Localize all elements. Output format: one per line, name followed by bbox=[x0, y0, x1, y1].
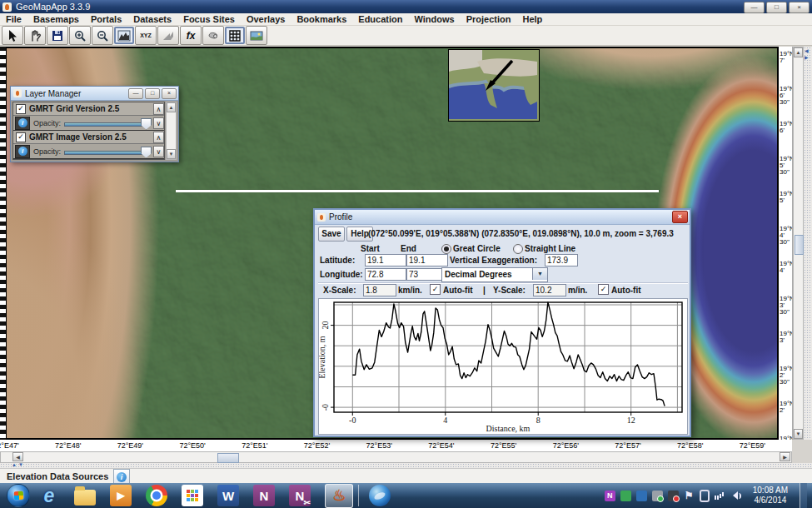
layer-info-button[interactable]: i bbox=[15, 145, 30, 158]
divider-expand-icon[interactable]: ▶ bbox=[805, 55, 809, 60]
profile-close-button[interactable]: × bbox=[672, 211, 688, 223]
x-autofit-checkbox[interactable]: ✓ bbox=[430, 284, 441, 295]
lasso-tool-button[interactable] bbox=[202, 26, 224, 45]
layer-manager-window[interactable]: Layer Manager — □ × ✓ GMRT Grid Version … bbox=[10, 86, 179, 162]
save-tool-button[interactable] bbox=[47, 26, 68, 45]
divider-collapse-icon[interactable]: ◀ bbox=[805, 48, 809, 53]
latitude-end-input[interactable] bbox=[406, 254, 448, 266]
x-scale-input[interactable] bbox=[363, 284, 396, 296]
tray-volume-icon[interactable] bbox=[730, 491, 741, 501]
divider-down-icon[interactable]: ▼ bbox=[18, 462, 23, 467]
restore-button[interactable]: □ bbox=[766, 2, 787, 13]
elevation-profile-chart[interactable]: -04812-020Elevation, mDistance, km bbox=[319, 299, 687, 434]
scroll-right-button[interactable]: ▶ bbox=[780, 452, 790, 461]
menu-focus-sites[interactable]: Focus Sites bbox=[177, 14, 241, 24]
zoom-out-tool-button[interactable] bbox=[92, 26, 113, 45]
latitude-start-input[interactable] bbox=[365, 254, 406, 266]
layer-move-down-button[interactable]: ∨ bbox=[153, 117, 164, 129]
opacity-slider[interactable] bbox=[64, 147, 152, 157]
menu-basemaps[interactable]: Basemaps bbox=[27, 14, 85, 24]
pan-tool-button[interactable] bbox=[24, 26, 46, 45]
menu-help[interactable]: Help bbox=[516, 14, 548, 24]
straight-line-radio[interactable] bbox=[513, 244, 523, 254]
tray-alert-icon[interactable] bbox=[668, 491, 679, 501]
scroll-up-button[interactable]: ▲ bbox=[794, 47, 803, 57]
dropdown-arrow-icon[interactable]: ▼ bbox=[532, 268, 547, 280]
vertical-scroll-thumb[interactable] bbox=[795, 235, 804, 255]
great-circle-radio[interactable] bbox=[441, 244, 451, 254]
longitude-start-input[interactable] bbox=[365, 268, 406, 281]
layer-move-down-button[interactable]: ∨ bbox=[153, 146, 164, 157]
layer-manager-restore-button[interactable]: □ bbox=[145, 88, 160, 99]
menu-projection[interactable]: Projection bbox=[461, 14, 517, 24]
java-geomapapp-icon-pressed[interactable]: ♨ bbox=[325, 484, 353, 508]
profile-titlebar[interactable]: Profile × bbox=[315, 210, 690, 225]
right-split-divider[interactable]: ◀ ▶ bbox=[804, 47, 812, 440]
basemap-tool-button[interactable] bbox=[246, 26, 267, 45]
vertical-scrollbar[interactable]: ▲ ▼ bbox=[793, 47, 804, 440]
layer-manager-close-button[interactable]: × bbox=[162, 88, 177, 99]
xyz-tool-button[interactable]: XYZ bbox=[135, 26, 157, 45]
layer-move-up-button[interactable]: ∧ bbox=[153, 103, 164, 115]
close-button[interactable]: × bbox=[789, 2, 810, 13]
taskbar-clock[interactable]: 10:08 AM 4/6/2014 bbox=[746, 486, 795, 506]
layer-visibility-checkbox[interactable]: ✓ bbox=[16, 104, 26, 114]
tray-antivirus-icon[interactable] bbox=[620, 491, 631, 501]
tray-power-icon[interactable] bbox=[700, 490, 710, 502]
google-earth-icon[interactable] bbox=[369, 485, 391, 506]
menu-bookmarks[interactable]: Bookmarks bbox=[291, 14, 352, 24]
slider-thumb[interactable] bbox=[141, 118, 152, 130]
save-button[interactable]: Save bbox=[318, 227, 345, 242]
layer-scroll-up-button[interactable]: ▲ bbox=[167, 102, 176, 112]
scroll-down-button[interactable]: ▼ bbox=[794, 429, 803, 439]
menu-windows[interactable]: Windows bbox=[408, 14, 460, 24]
slider-thumb[interactable] bbox=[141, 147, 152, 158]
onenote-icon[interactable]: N bbox=[253, 485, 275, 506]
layer-scroll-down-button[interactable]: ▼ bbox=[167, 149, 176, 159]
units-dropdown[interactable]: Decimal Degrees ▼ bbox=[441, 267, 548, 282]
menu-overlays[interactable]: Overlays bbox=[241, 14, 291, 24]
chrome-icon[interactable] bbox=[146, 485, 167, 506]
profile-window[interactable]: Profile × Save Help (072°50.099'E, 019°0… bbox=[313, 208, 691, 437]
layer-manager-titlebar[interactable]: Layer Manager — □ × bbox=[11, 87, 178, 101]
select-tool-button[interactable] bbox=[2, 26, 23, 45]
file-explorer-icon[interactable] bbox=[74, 490, 96, 506]
start-button[interactable] bbox=[7, 484, 30, 507]
layer-move-up-button[interactable]: ∧ bbox=[153, 132, 164, 143]
divider-up-icon[interactable]: ▲ bbox=[12, 462, 17, 467]
tray-onenote-icon[interactable]: N bbox=[605, 491, 615, 501]
onenote-clipper-icon[interactable]: N✂ bbox=[289, 485, 311, 506]
minimize-button[interactable]: — bbox=[744, 2, 765, 13]
menu-education[interactable]: Education bbox=[352, 14, 408, 24]
layer-manager-scrollbar[interactable]: ▲ ▼ bbox=[166, 102, 177, 160]
layer-manager-minimize-button[interactable]: — bbox=[128, 88, 143, 99]
java-geomapapp-icon[interactable]: ♨ bbox=[328, 485, 350, 506]
layer-visibility-checkbox[interactable]: ✓ bbox=[16, 132, 26, 142]
scroll-left-button[interactable]: ◀ bbox=[12, 452, 23, 461]
tray-network-icon[interactable] bbox=[715, 491, 725, 501]
import-tool-button[interactable] bbox=[157, 26, 179, 45]
show-desktop-button[interactable] bbox=[800, 483, 807, 508]
opacity-slider[interactable] bbox=[64, 118, 152, 128]
vertical-exaggeration-input[interactable] bbox=[545, 254, 578, 266]
menu-file[interactable]: File bbox=[0, 14, 27, 24]
horizontal-scroll-thumb[interactable] bbox=[217, 453, 239, 463]
layer-info-button[interactable]: i bbox=[15, 117, 30, 130]
function-tool-button[interactable]: fx bbox=[180, 26, 202, 45]
profile-tool-button[interactable] bbox=[114, 27, 134, 44]
app-launcher-icon[interactable] bbox=[182, 485, 203, 506]
window-titlebar[interactable]: GeoMapApp 3.3.9 — □ × bbox=[0, 0, 812, 13]
word-icon[interactable]: W bbox=[217, 485, 239, 506]
tray-update-icon[interactable] bbox=[652, 491, 663, 501]
internet-explorer-icon[interactable]: e bbox=[38, 485, 60, 506]
zoom-in-tool-button[interactable] bbox=[69, 26, 91, 45]
menu-datasets[interactable]: Datasets bbox=[127, 14, 177, 24]
grid-tool-button[interactable] bbox=[225, 27, 245, 44]
y-autofit-checkbox[interactable]: ✓ bbox=[598, 284, 609, 295]
y-scale-input[interactable] bbox=[533, 284, 566, 296]
menu-portals[interactable]: Portals bbox=[85, 14, 127, 24]
tray-app-icon[interactable] bbox=[636, 491, 647, 501]
tray-action-center-icon[interactable]: ⚑ bbox=[684, 491, 695, 501]
media-player-icon[interactable]: ▶ bbox=[110, 485, 132, 506]
horizontal-scrollbar[interactable]: ◀ ▶ bbox=[0, 451, 792, 463]
